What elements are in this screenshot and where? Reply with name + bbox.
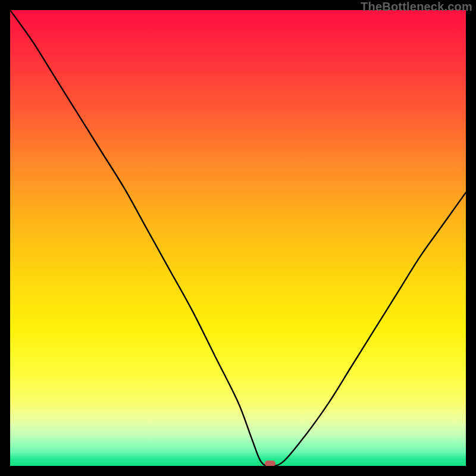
chart-plot-area: [10, 10, 466, 466]
chart-curve-svg: [10, 10, 466, 466]
watermark-text: TheBottleneck.com: [361, 0, 472, 14]
curve-minimum-marker: [265, 461, 275, 466]
chart-frame: TheBottleneck.com: [0, 0, 476, 476]
bottleneck-curve: [10, 10, 466, 466]
